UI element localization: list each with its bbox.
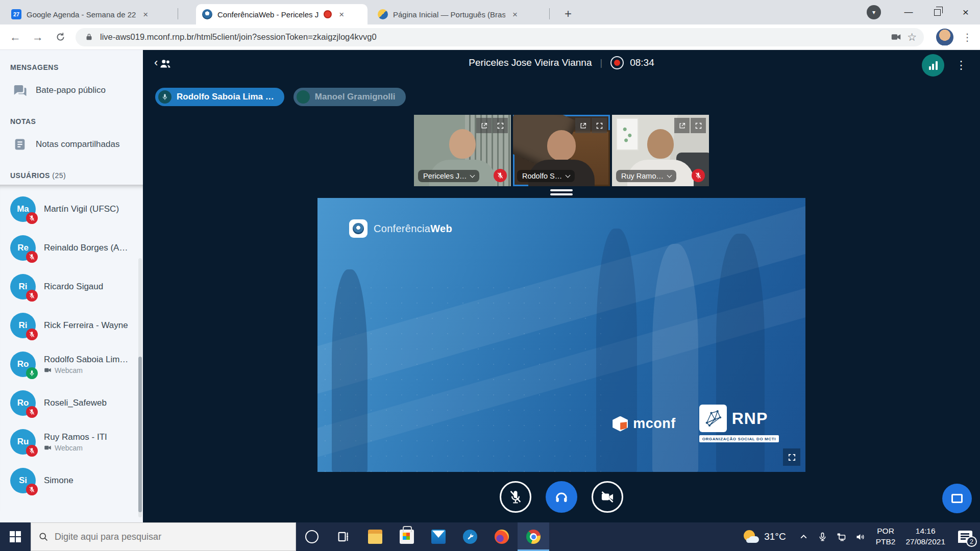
mail-icon bbox=[431, 530, 446, 544]
tab-conferenciaweb[interactable]: ConferênciaWeb - Periceles J × bbox=[196, 4, 368, 24]
options-menu-icon[interactable]: ⋮ bbox=[955, 59, 967, 72]
action-center-button[interactable]: 2 bbox=[950, 522, 980, 551]
task-view-button[interactable] bbox=[328, 522, 359, 551]
fullscreen-video-button[interactable] bbox=[493, 118, 508, 133]
conferenciaweb-brand: ConferênciaWeb bbox=[349, 219, 452, 238]
taskbar-clock[interactable]: 14:16 27/08/2021 bbox=[900, 526, 950, 547]
system-tray bbox=[793, 532, 871, 542]
avatar-initials: Si bbox=[19, 475, 27, 486]
user-list-item[interactable]: Ru Ruy Ramos - ITI Webcam bbox=[0, 422, 143, 461]
close-window-button[interactable]: × bbox=[951, 0, 980, 24]
tray-expand-icon[interactable] bbox=[798, 532, 809, 542]
restore-window-button[interactable] bbox=[923, 0, 951, 24]
tray-speaker-icon[interactable] bbox=[855, 532, 866, 542]
user-list-item[interactable]: Ro Rodolfo Saboia Lim… Webcam bbox=[0, 345, 143, 384]
microsoft-store-button[interactable] bbox=[391, 522, 423, 551]
screen: 27 Google Agenda - Semana de 22 × Confer… bbox=[0, 0, 980, 551]
camera-permission-icon[interactable] bbox=[890, 31, 902, 43]
record-icon bbox=[610, 56, 624, 69]
muted-mic-badge bbox=[494, 169, 507, 182]
browser-tab-strip: 27 Google Agenda - Semana de 22 × Confer… bbox=[0, 0, 980, 24]
conference-area: ‹ Periceles Jose Vieira Vianna | 08:34 ⋮ bbox=[143, 50, 980, 522]
rnp-label: RNP bbox=[732, 409, 768, 428]
minimize-button[interactable]: — bbox=[894, 0, 923, 24]
webcam-resize-handle[interactable] bbox=[143, 189, 980, 195]
bookmark-star-icon[interactable]: ☆ bbox=[907, 31, 917, 43]
firefox-icon bbox=[495, 530, 509, 544]
webcam-name: Rodolfo S… bbox=[522, 172, 562, 180]
back-button[interactable]: ← bbox=[4, 27, 27, 47]
enable-webcam-button[interactable] bbox=[592, 481, 623, 513]
popout-video-button[interactable] bbox=[476, 118, 492, 133]
url-text[interactable]: live-aws019.mconf.rnp.br/html5client/joi… bbox=[100, 32, 885, 42]
tab-close-icon[interactable]: × bbox=[337, 9, 346, 20]
tab-close-icon[interactable]: × bbox=[510, 9, 520, 20]
fullscreen-video-button[interactable] bbox=[592, 118, 607, 133]
unmute-microphone-button[interactable] bbox=[500, 481, 531, 513]
mail-button[interactable] bbox=[423, 522, 454, 551]
presentation-fullscreen-button[interactable] bbox=[783, 448, 800, 466]
lock-icon[interactable] bbox=[83, 31, 95, 43]
slide-logos: mconf RNP ORGANIZAÇÃO SOCIAL DO MCTI bbox=[612, 405, 779, 442]
talker-pill-active[interactable]: Rodolfo Saboia Lima … bbox=[155, 88, 284, 106]
firefox-button[interactable] bbox=[486, 522, 518, 551]
webcam-tile-periceles[interactable]: Periceles J… bbox=[414, 115, 511, 186]
restore-presentation-button[interactable] bbox=[942, 484, 972, 513]
popout-video-button[interactable] bbox=[575, 118, 591, 133]
notes-header: NOTAS bbox=[0, 104, 143, 131]
browser-profile-caret-icon[interactable]: ▾ bbox=[867, 5, 881, 19]
user-list-item[interactable]: Re Reinaldo Borges (A… bbox=[0, 229, 143, 267]
sidebar-scrollbar[interactable] bbox=[138, 258, 142, 517]
users-count: (25) bbox=[52, 171, 66, 180]
new-tab-button[interactable]: + bbox=[559, 5, 577, 22]
user-list-item[interactable]: Ri Ricardo Sigaud bbox=[0, 267, 143, 306]
forward-button[interactable]: → bbox=[27, 27, 49, 47]
language-indicator[interactable]: POR PTB2 bbox=[871, 526, 901, 547]
tab-close-icon[interactable]: × bbox=[141, 9, 150, 20]
reload-button[interactable] bbox=[49, 27, 71, 47]
public-chat-item[interactable]: Bate-papo público bbox=[0, 77, 143, 104]
url-bar[interactable]: live-aws019.mconf.rnp.br/html5client/joi… bbox=[76, 28, 924, 46]
mconf-cube-icon bbox=[612, 416, 628, 432]
connection-status-button[interactable] bbox=[922, 54, 944, 77]
fullscreen-video-button[interactable] bbox=[691, 118, 706, 133]
support-tool-button[interactable] bbox=[454, 522, 486, 551]
muted-mic-badge bbox=[26, 484, 38, 495]
temperature: 31°C bbox=[764, 531, 786, 542]
tab-pagina-inicial[interactable]: Página Inicial — Português (Brasi × bbox=[372, 4, 540, 24]
mconf-label: mconf bbox=[633, 416, 676, 432]
audio-headphone-button[interactable] bbox=[546, 481, 577, 513]
cortana-button[interactable] bbox=[296, 522, 328, 551]
google-calendar-icon: 27 bbox=[11, 9, 21, 19]
chevron-down-icon bbox=[566, 172, 571, 178]
scrollbar-thumb[interactable] bbox=[138, 357, 142, 512]
webcam-tile-ruy[interactable]: Ruy Ramo… bbox=[612, 115, 709, 186]
weather-widget[interactable]: 31°C bbox=[737, 529, 793, 544]
shared-notes-item[interactable]: Notas compartilhadas bbox=[0, 131, 143, 158]
taskbar-search[interactable] bbox=[31, 522, 296, 551]
tray-mic-icon[interactable] bbox=[817, 532, 828, 542]
start-button[interactable] bbox=[0, 522, 31, 551]
recording-indicator-button[interactable]: 08:34 bbox=[610, 56, 654, 69]
user-list-item[interactable]: Ri Rick Ferreira - Wayne bbox=[0, 306, 143, 345]
browser-profile-avatar[interactable] bbox=[936, 29, 953, 46]
webcam-name-dropdown[interactable]: Ruy Ramo… bbox=[616, 170, 676, 182]
user-list-item[interactable]: Ma Martín Vigil (UFSC) bbox=[0, 190, 143, 229]
chrome-button-active[interactable] bbox=[518, 522, 549, 551]
file-explorer-button[interactable] bbox=[359, 522, 391, 551]
webcam-name-dropdown[interactable]: Rodolfo S… bbox=[517, 170, 575, 182]
webcam-tile-rodolfo-active[interactable]: Rodolfo S… bbox=[513, 115, 610, 186]
tab-separator bbox=[178, 8, 178, 19]
tab-google-agenda[interactable]: 27 Google Agenda - Semana de 22 × bbox=[5, 4, 174, 24]
search-input[interactable] bbox=[55, 532, 288, 542]
talker-pill-inactive[interactable]: Manoel Gramignolli bbox=[293, 88, 406, 106]
popout-icon bbox=[480, 122, 488, 130]
browser-menu-icon[interactable]: ⋮ bbox=[959, 31, 976, 43]
conferenciaweb-logo-icon bbox=[349, 219, 368, 238]
popout-video-button[interactable] bbox=[674, 118, 690, 133]
webcam-name-dropdown[interactable]: Periceles J… bbox=[418, 170, 479, 182]
user-list-item[interactable]: Si Simone bbox=[0, 461, 143, 500]
user-list-item[interactable]: Ro Roseli_Safeweb bbox=[0, 384, 143, 422]
tray-network-icon[interactable] bbox=[836, 532, 847, 542]
shared-notes-label: Notas compartilhadas bbox=[36, 139, 119, 149]
